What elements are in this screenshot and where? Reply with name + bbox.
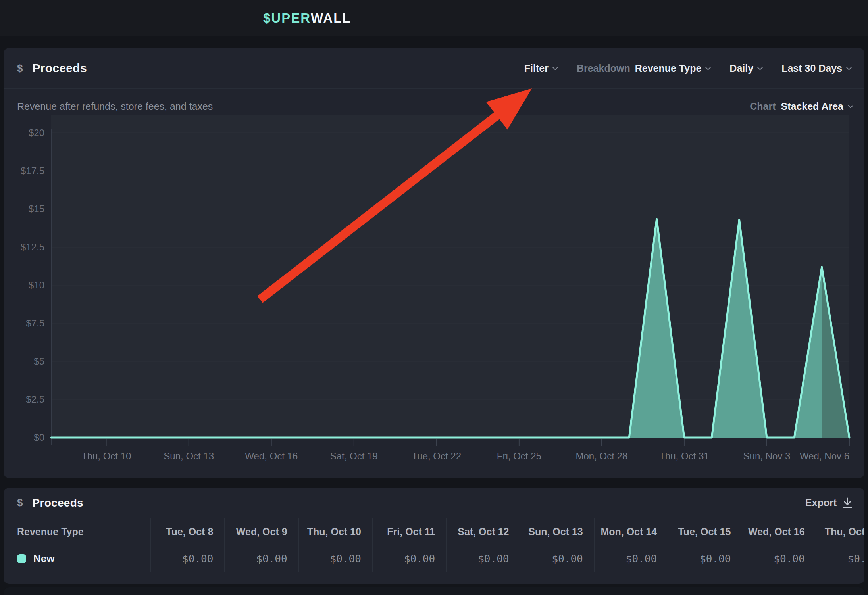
x-axis-label: Thu, Oct 31 <box>659 449 709 463</box>
proceeds-table: Revenue TypeTue, Oct 8Wed, Oct 9Thu, Oct… <box>4 518 864 572</box>
table-value-cell: $0.00 <box>742 545 816 572</box>
y-axis-label: $17.5 <box>4 165 44 177</box>
table-header-date: Wed, Oct 9 <box>224 518 298 545</box>
proceeds-table-card: $ Proceeds Export Revenue TypeTue, Oct 8… <box>4 488 864 584</box>
table-value-cell: $0.00 <box>594 545 668 572</box>
table-header-date: Tue, Oct 8 <box>150 518 224 545</box>
table-value-cell: $0.00 <box>150 545 224 572</box>
y-axis-label: $20 <box>4 127 44 139</box>
table-value-cell: $0.00 <box>520 545 594 572</box>
y-axis-label: $15 <box>4 203 44 215</box>
superwall-logo: $UPERWALL <box>263 0 351 36</box>
table-value-cell: $0.00 <box>446 545 520 572</box>
table-header-date: Fri, Oct 11 <box>372 518 446 545</box>
series-name: New <box>33 553 54 565</box>
table-value-cell: $0.00 <box>372 545 446 572</box>
table-value-cell: $0.00 <box>224 545 298 572</box>
table-card-title-group: $ Proceeds <box>17 497 83 509</box>
proceeds-area-chart <box>4 48 864 478</box>
x-axis-label: Sun, Oct 13 <box>164 449 214 463</box>
series-swatch <box>17 554 26 563</box>
export-button[interactable]: Export <box>805 497 853 509</box>
table-header-date: Sun, Oct 13 <box>520 518 594 545</box>
table-header-revenue-type: Revenue Type <box>4 518 150 545</box>
y-axis-label: $12.5 <box>4 241 44 253</box>
table-header-date: Thu, Oct 10 <box>298 518 372 545</box>
x-axis-label: Mon, Oct 28 <box>576 449 628 463</box>
x-axis-label: Wed, Oct 16 <box>245 449 298 463</box>
table-header-date: Sat, Oct 12 <box>446 518 520 545</box>
dollar-icon: $ <box>17 497 23 509</box>
x-axis-label: Thu, Oct 10 <box>81 449 131 463</box>
table-header-date: Thu, Oct 17 <box>816 518 864 545</box>
x-axis-label: Wed, Nov 6 <box>800 449 849 463</box>
dashboard-screen: $UPERWALL $ Proceeds Filter Breakdown Re… <box>0 0 868 595</box>
y-axis-label: $10 <box>4 279 44 291</box>
y-axis-label: $2.5 <box>4 393 44 405</box>
table-header-date: Mon, Oct 14 <box>594 518 668 545</box>
next-card-partial <box>4 587 864 595</box>
download-icon <box>842 497 853 509</box>
table-value-cell: $0.00 <box>298 545 372 572</box>
y-axis-label: $7.5 <box>4 317 44 329</box>
table-row-label-cell: New <box>4 545 150 572</box>
table-header-date: Tue, Oct 15 <box>668 518 742 545</box>
proceeds-chart-card: $ Proceeds Filter Breakdown Revenue Type… <box>4 48 864 478</box>
top-bar: $UPERWALL <box>0 0 868 36</box>
table-value-cell: $0.00 <box>816 545 864 572</box>
y-axis-label: $0 <box>4 432 44 443</box>
x-axis-label: Tue, Oct 22 <box>412 449 462 463</box>
table-value-cell: $0.00 <box>668 545 742 572</box>
x-axis-label: Sun, Nov 3 <box>743 449 791 463</box>
y-axis-label: $5 <box>4 355 44 367</box>
table-header-date: Wed, Oct 16 <box>742 518 816 545</box>
logo-suffix: WALL <box>311 11 351 26</box>
x-axis-label: Fri, Oct 25 <box>497 449 541 463</box>
table-card-title: Proceeds <box>32 497 83 509</box>
export-label: Export <box>805 497 837 509</box>
logo-prefix: $UPER <box>263 11 311 26</box>
x-axis-label: Sat, Oct 19 <box>330 449 378 463</box>
table-card-header: $ Proceeds Export <box>4 488 864 518</box>
